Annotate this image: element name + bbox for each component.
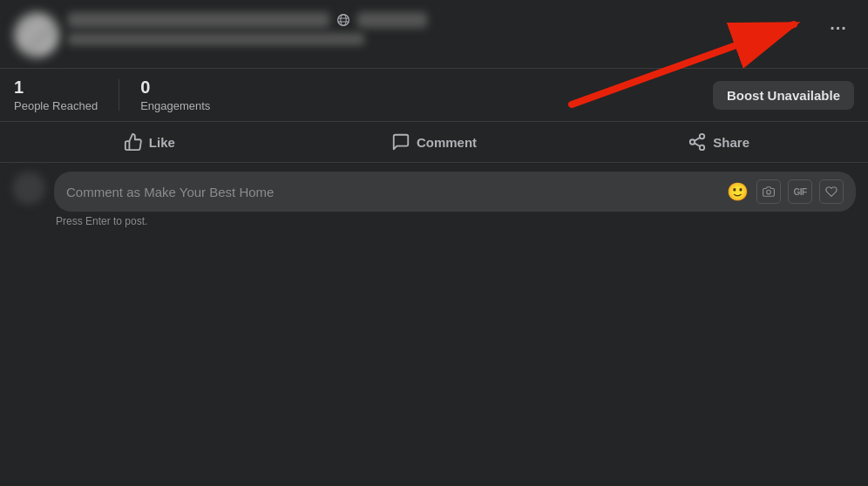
globe-icon [336, 13, 350, 27]
share-label: Share [713, 135, 749, 150]
name-line [68, 12, 854, 28]
svg-point-0 [338, 15, 349, 26]
comment-area: Comment as Make Your Best Home 🙂 GIF [0, 163, 868, 231]
globe-icon-wrap [336, 13, 350, 27]
comment-input-box[interactable]: Comment as Make Your Best Home 🙂 GIF [54, 172, 856, 212]
like-button[interactable]: Like [7, 125, 292, 159]
svg-point-1 [341, 15, 346, 26]
post-actions: Like Comment Share [0, 122, 868, 163]
avatar [14, 12, 59, 57]
more-dots-icon: ··· [830, 18, 847, 38]
post-subtitle-blurred [68, 33, 364, 45]
svg-line-9 [695, 143, 700, 146]
sticker-icon[interactable] [819, 179, 844, 204]
engagements-count: 0 [140, 78, 210, 98]
post-stats: 1 People Reached 0 Engagements Boost Una… [0, 69, 868, 122]
comment-placeholder: Comment as Make Your Best Home [66, 185, 274, 199]
post-header-info [68, 12, 854, 45]
emoji-icon[interactable]: 🙂 [725, 179, 749, 204]
comment-input-wrap: Comment as Make Your Best Home 🙂 GIF [54, 172, 856, 227]
name-blurred-1 [68, 12, 329, 28]
post-card: ··· 1 People Reached 0 Engagements [0, 0, 868, 486]
name-blurred-2 [357, 12, 427, 28]
comment-icon [391, 132, 410, 152]
like-icon [124, 132, 143, 152]
comment-icons: 🙂 GIF [725, 179, 844, 204]
svg-point-11 [767, 190, 771, 194]
people-reached-count: 1 [14, 78, 98, 98]
more-options-button[interactable]: ··· [823, 12, 854, 44]
people-reached-stat: 1 People Reached [14, 78, 98, 112]
svg-line-10 [695, 138, 700, 141]
engagements-stat: 0 Engagements [140, 78, 210, 112]
gif-icon[interactable]: GIF [788, 179, 812, 204]
comment-button[interactable]: Comment [292, 125, 577, 159]
stat-divider [119, 79, 119, 111]
like-label: Like [149, 135, 175, 150]
comment-avatar [12, 172, 45, 205]
boost-unavailable-button[interactable]: Boost Unavailable [713, 81, 854, 110]
engagements-label: Engagements [140, 99, 210, 112]
post-header: ··· [0, 0, 868, 69]
share-icon [688, 132, 707, 152]
people-reached-label: People Reached [14, 99, 98, 112]
comment-label: Comment [417, 135, 477, 150]
share-button[interactable]: Share [576, 125, 861, 159]
camera-icon[interactable] [756, 179, 781, 204]
press-enter-hint: Press Enter to post. [54, 215, 856, 227]
